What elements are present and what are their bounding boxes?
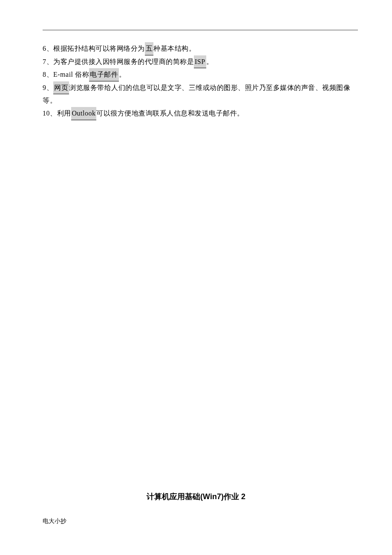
- item-pre-text: 为客户提供接入因特网服务的代理商的简称是: [53, 58, 194, 65]
- section-heading: 计算机应用基础(Win7)作业 2: [0, 491, 392, 502]
- fill-blank: Outlook: [71, 107, 97, 120]
- item-post-text: 可以很方便地查询联系人信息和发送电子邮件。: [96, 110, 244, 117]
- list-item: 8、E-mail 俗称 电子邮件 。: [43, 68, 358, 81]
- item-pre-text: E-mail 俗称: [53, 71, 89, 78]
- list-item: 10、利用 Outlook 可以很方便地查询联系人信息和发送电子邮件。: [43, 107, 358, 120]
- item-pre-text: 根据拓扑结构可以将网络分为: [53, 45, 145, 52]
- document-page: 6、根据拓扑结构可以将网络分为 五 种基本结构。 7、为客户提供接入因特网服务的…: [0, 0, 392, 120]
- item-number: 8、: [43, 71, 53, 78]
- top-rule: [43, 30, 358, 30]
- item-pre-text: 利用: [57, 110, 71, 117]
- item-post-text: 种基本结构。: [153, 45, 196, 52]
- list-item: 6、根据拓扑结构可以将网络分为 五 种基本结构。: [43, 42, 358, 55]
- item-post-text: 。: [119, 71, 126, 78]
- item-number: 6、: [43, 45, 53, 52]
- item-post-text: 浏览服务带给人们的信息可以是文字、三维或动的图形、照片乃至多媒体的声音、视频图像…: [43, 84, 350, 104]
- item-number: 7、: [43, 58, 53, 65]
- fill-blank: 电子邮件: [89, 68, 119, 81]
- fill-blank: 五: [145, 42, 154, 55]
- list-item: 9、 网页 浏览服务带给人们的信息可以是文字、三维或动的图形、照片乃至多媒体的声…: [43, 81, 358, 107]
- fill-blank: 网页: [53, 81, 69, 95]
- fill-blank: ISP: [194, 55, 206, 69]
- list-item: 7、为客户提供接入因特网服务的代理商的简称是 ISP 。: [43, 55, 358, 69]
- item-post-text: 。: [206, 58, 213, 65]
- item-number: 10、: [43, 110, 57, 117]
- item-number: 9、: [43, 84, 53, 91]
- page-footer: 电大小抄: [43, 517, 66, 525]
